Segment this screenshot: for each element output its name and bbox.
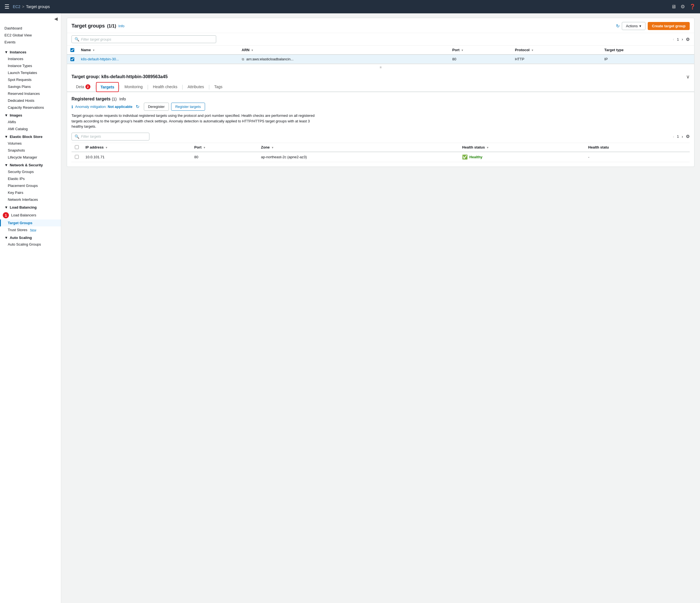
monitor-icon[interactable]: 🖥 (671, 4, 676, 10)
next-page-arrow[interactable]: › (681, 37, 683, 42)
panel-title-text: Target groups (72, 23, 105, 29)
panel-title-area: Target groups (1/1) Info (72, 23, 124, 29)
breadcrumb-ec2-link[interactable]: EC2 (13, 4, 20, 9)
sidebar-item-instances[interactable]: Instances (0, 55, 61, 62)
row-1-checkbox[interactable] (70, 57, 74, 61)
row-1-protocol: HTTP (511, 54, 601, 64)
create-target-group-button[interactable]: Create target group (648, 22, 690, 30)
detail-filter-input[interactable] (81, 134, 146, 139)
sidebar-item-amis[interactable]: AMIs (0, 119, 61, 125)
filter-input[interactable] (81, 37, 213, 42)
copy-arn-icon[interactable]: ⧉ (242, 57, 244, 61)
registered-info-link[interactable]: Info (119, 97, 126, 101)
sidebar-section-instances[interactable]: ▼ Instances (0, 48, 61, 55)
tab-tags-label: Tags (214, 84, 223, 89)
col-zone-header[interactable]: Zone ▾ (258, 143, 459, 152)
sidebar-item-instance-types[interactable]: Instance Types (0, 62, 61, 69)
tab-details-label: Deta (76, 84, 84, 89)
register-targets-button[interactable]: Register targets (171, 103, 205, 111)
sidebar-section-images[interactable]: ▼ Images (0, 111, 61, 119)
sidebar-item-trust-stores[interactable]: Trust Stores New (0, 226, 61, 233)
col-target-type-header[interactable]: Target type (601, 46, 694, 55)
col-name-header[interactable]: Name ▾ (78, 46, 239, 55)
col-health-status-header[interactable]: Health status ▾ (459, 143, 585, 152)
hamburger-icon[interactable]: ☰ (4, 3, 9, 10)
sidebar-collapse-btn: ◀ (0, 14, 61, 23)
collapse-icon[interactable]: ◀ (54, 16, 57, 21)
detail-next-arrow[interactable]: › (681, 134, 683, 139)
col-protocol-header[interactable]: Protocol ▾ (511, 46, 601, 55)
anomaly-row: ℹ Anomaly mitigation: Not applicable ↻ D… (72, 103, 690, 111)
search-icon: 🔍 (75, 37, 79, 42)
load-balancers-badge: 1 (3, 212, 9, 218)
sidebar-item-snapshots[interactable]: Snapshots (0, 147, 61, 154)
col-ip-header[interactable]: IP address ▾ (82, 143, 191, 152)
prev-page-arrow[interactable]: ‹ (672, 37, 675, 42)
sidebar-section-ebs[interactable]: ▼ Elastic Block Store (0, 132, 61, 140)
deregister-button[interactable]: Deregister (144, 103, 169, 111)
sidebar-item-placement-groups[interactable]: Placement Groups (0, 182, 61, 189)
sidebar-item-target-groups[interactable]: Target Groups (0, 220, 61, 226)
anomaly-value: Not applicable (108, 105, 132, 109)
sidebar-section-network[interactable]: ▼ Network & Security (0, 161, 61, 168)
row-1-target-type: IP (601, 54, 694, 64)
ebs-label: Elastic Block Store (10, 134, 43, 139)
sidebar-item-dedicated-hosts[interactable]: Dedicated Hosts (0, 97, 61, 104)
current-page: 1 (677, 37, 679, 42)
tab-details-badge: 2 (85, 84, 91, 89)
col-port-d-header[interactable]: Port ▾ (191, 143, 258, 152)
sidebar-item-lifecycle-manager[interactable]: Lifecycle Manager (0, 154, 61, 161)
anomaly-refresh-icon[interactable]: ↻ (136, 104, 140, 109)
support-icon[interactable]: ❓ (690, 4, 696, 10)
detail-row-1-checkbox[interactable] (75, 155, 79, 159)
tab-tags[interactable]: Tags (210, 82, 227, 92)
detail-select-all-checkbox[interactable] (75, 145, 79, 149)
detail-prev-arrow[interactable]: ‹ (672, 134, 675, 139)
refresh-icon[interactable]: ↻ (616, 23, 620, 29)
select-all-checkbox[interactable] (70, 48, 74, 52)
detail-table-settings-icon[interactable]: ⚙ (686, 134, 690, 139)
tab-health-checks[interactable]: Health checks (149, 82, 182, 92)
detail-collapse-icon[interactable]: ∨ (686, 74, 690, 80)
tab-attributes[interactable]: Attributes (183, 82, 208, 92)
detail-row-1-port: 80 (191, 152, 258, 162)
sidebar-item-launch-templates[interactable]: Launch Templates (0, 69, 61, 76)
detail-row-1-zone: ap-northeast-2c (apne2-az3) (258, 152, 459, 162)
tab-attributes-label: Attributes (188, 84, 204, 89)
col-port-header[interactable]: Port ▾ (449, 46, 511, 55)
col-health-statu2-header[interactable]: Health statu (585, 143, 690, 152)
table-settings-icon[interactable]: ⚙ (686, 37, 690, 42)
sidebar-item-dashboard[interactable]: Dashboard (0, 25, 61, 32)
tab-targets[interactable]: Targets (96, 82, 119, 92)
sidebar-section-auto-scaling[interactable]: ▼ Auto Scaling (0, 233, 61, 241)
sidebar-item-auto-scaling-groups[interactable]: Auto Scaling Groups (0, 241, 61, 248)
network-label: Network & Security (10, 163, 43, 167)
settings-icon[interactable]: ⚙ (680, 4, 685, 10)
sidebar-item-volumes[interactable]: Volumes (0, 140, 61, 147)
col-arn-header[interactable]: ARN ▾ (239, 46, 449, 55)
sidebar-item-key-pairs[interactable]: Key Pairs (0, 189, 61, 196)
sidebar-item-reserved-instances[interactable]: Reserved Instances (0, 90, 61, 97)
row-1-name[interactable]: k8s-default-httpbin-30... (81, 57, 119, 61)
sidebar-item-spot-requests[interactable]: Spot Requests (0, 76, 61, 83)
sidebar-item-ami-catalog[interactable]: AMI Catalog (0, 125, 61, 132)
detail-table-row[interactable]: 10.0.101.71 80 ap-northeast-2c (apne2-az… (72, 152, 690, 162)
sidebar-item-capacity-reservations[interactable]: Capacity Reservations (0, 104, 61, 111)
tab-monitoring[interactable]: Monitoring (120, 82, 147, 92)
sidebar-item-network-interfaces[interactable]: Network Interfaces (0, 196, 61, 203)
sidebar-item-events[interactable]: Events (0, 39, 61, 46)
sidebar-item-load-balancers[interactable]: 1 Load Balancers (0, 210, 61, 220)
sidebar-item-elastic-ips[interactable]: Elastic IPs (0, 175, 61, 182)
panel-info-link[interactable]: Info (119, 24, 125, 28)
target-groups-table: Name ▾ ARN ▾ Port ▾ Protocol ▾ Target ty (67, 45, 694, 64)
sidebar-item-security-groups[interactable]: Security Groups (0, 168, 61, 175)
tab-details[interactable]: Deta 2 (72, 82, 95, 92)
sidebar-item-savings-plans[interactable]: Savings Plans (0, 83, 61, 90)
table-row[interactable]: k8s-default-httpbin-30... ⧉ arn:aws:elas… (67, 54, 694, 64)
sidebar-item-ec2-global-view[interactable]: EC2 Global View (0, 32, 61, 39)
actions-button[interactable]: Actions ▾ (622, 22, 646, 30)
tab-monitoring-label: Monitoring (125, 84, 143, 89)
resize-handle[interactable]: ≡ (67, 64, 694, 70)
breadcrumb: EC2 > Target groups (13, 4, 50, 9)
sidebar-section-load-balancing[interactable]: ▼ Load Balancing (0, 203, 61, 210)
